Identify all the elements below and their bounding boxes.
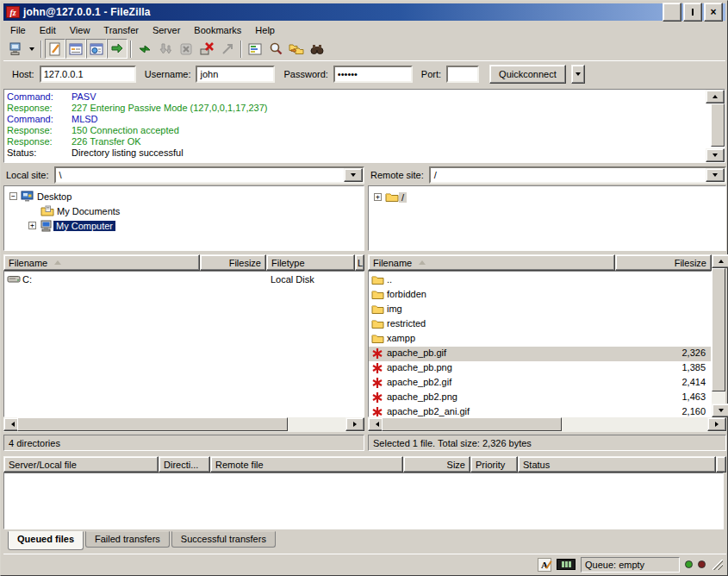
quickconnect-button[interactable]: Quickconnect [489, 65, 566, 84]
message-log[interactable]: Command:PASV Response:227 Entering Passi… [3, 89, 725, 163]
table-row[interactable]: apache_pb.png 1,385 [369, 361, 711, 376]
tab-failed-transfers[interactable]: Failed transfers [85, 531, 170, 548]
tree-item-root[interactable]: + / [374, 190, 407, 204]
toggle-local-tree-button[interactable] [65, 39, 86, 59]
remote-site-combobox[interactable]: / [429, 166, 726, 184]
password-input[interactable] [333, 66, 413, 83]
collapse-icon[interactable]: − [9, 192, 17, 200]
table-row[interactable]: C: Local Disk [4, 273, 364, 288]
refresh-button[interactable] [134, 39, 155, 59]
column-header-status[interactable]: Status [518, 456, 716, 473]
scrollbar-thumb[interactable] [712, 268, 725, 391]
toggle-remote-tree-button[interactable] [86, 39, 107, 59]
menu-file[interactable]: File [3, 23, 33, 37]
scrollbar-thumb[interactable] [382, 417, 562, 431]
close-button[interactable]: × [704, 3, 723, 22]
tree-item-my-documents[interactable]: My Documents [40, 203, 122, 218]
local-horizontal-scrollbar[interactable] [3, 417, 364, 432]
queue-list[interactable] [3, 473, 724, 529]
menu-edit[interactable]: Edit [33, 23, 63, 37]
find-files-button[interactable] [307, 39, 327, 59]
local-file-list[interactable]: C: Local Disk [3, 271, 364, 417]
local-directory-tree[interactable]: − Desktop My Documents + [3, 185, 364, 251]
local-site-dropdown-button[interactable] [344, 168, 363, 182]
tree-item-label: Desktop [34, 191, 74, 202]
remote-file-list[interactable]: .. forbidden img restricted xampp [368, 271, 712, 417]
column-header-priority[interactable]: Priority [470, 456, 518, 473]
remote-site-dropdown-button[interactable] [706, 168, 725, 182]
menu-help[interactable]: Help [248, 23, 282, 37]
site-manager-button[interactable] [5, 39, 26, 59]
process-queue-button[interactable] [155, 39, 176, 59]
remote-directory-tree[interactable]: + / [368, 185, 726, 251]
refresh-icon [137, 41, 152, 57]
tree-item-my-computer[interactable]: + My Computer [28, 218, 115, 233]
column-header-remote-file[interactable]: Remote file [210, 456, 403, 473]
titlebar[interactable]: fz john@127.0.0.1 - FileZilla × [3, 3, 725, 21]
table-row[interactable]: forbidden [369, 288, 711, 303]
column-header-filesize[interactable]: Filesize [200, 254, 266, 271]
scroll-right-button[interactable] [345, 417, 364, 431]
menu-server[interactable]: Server [146, 23, 187, 37]
menu-bookmarks[interactable]: Bookmarks [187, 23, 248, 37]
column-header-filetype[interactable]: Filetype [266, 254, 355, 271]
scroll-right-button[interactable] [707, 417, 726, 431]
menu-view[interactable]: View [63, 23, 97, 37]
table-row[interactable]: xampp [369, 332, 711, 347]
column-header-size[interactable]: Size [403, 456, 470, 473]
local-site-row: Local site: \ [3, 166, 364, 184]
expand-icon[interactable]: + [374, 193, 382, 201]
table-row[interactable]: apache_pb2_ani.gif 2,160 [369, 405, 711, 417]
log-scroll-up-button[interactable] [706, 90, 725, 103]
toggle-message-log-button[interactable] [45, 39, 65, 59]
table-row[interactable]: apache_pb2.png 1,463 [369, 391, 711, 405]
column-header-direction[interactable]: Directi... [159, 456, 210, 473]
arrow-up-icon [712, 95, 718, 98]
table-row[interactable]: apache_pb2.gif 2,414 [369, 376, 711, 391]
column-header-filesize[interactable]: Filesize [615, 254, 712, 271]
expand-icon[interactable]: + [28, 222, 36, 229]
speed-limit-icon[interactable] [557, 559, 576, 570]
resize-grip[interactable] [712, 560, 723, 570]
site-manager-dropdown-button[interactable] [26, 39, 38, 59]
scroll-up-button[interactable] [712, 254, 728, 268]
maximize-button[interactable] [683, 3, 702, 22]
cancel-operation-button[interactable] [176, 39, 196, 59]
synchronized-browsing-button[interactable] [286, 39, 307, 59]
table-row[interactable]: img [369, 303, 711, 317]
transfer-type-icon[interactable]: A [538, 558, 551, 572]
port-input[interactable] [446, 66, 479, 83]
column-header-filename[interactable]: Filename [368, 254, 615, 271]
tree-item-desktop[interactable]: − Desktop [9, 189, 74, 203]
log-scroll-down-button[interactable] [706, 148, 725, 162]
remote-vertical-scrollbar[interactable] [712, 254, 725, 417]
quickconnect-dropdown-button[interactable] [571, 65, 585, 84]
column-header-server-local-file[interactable]: Server/Local file [3, 456, 159, 473]
minimize-button[interactable] [663, 3, 681, 22]
table-row[interactable]: .. [369, 273, 711, 288]
remote-horizontal-scrollbar[interactable] [368, 417, 726, 432]
filter-button[interactable] [245, 39, 265, 59]
menu-transfer[interactable]: Transfer [96, 23, 146, 37]
tab-successful-transfers[interactable]: Successful transfers [171, 531, 276, 548]
table-row[interactable]: restricted [369, 317, 711, 332]
column-header-lastmodified[interactable]: L [355, 254, 364, 271]
log-scrollbar-thumb[interactable] [711, 103, 725, 147]
compare-directories-button[interactable] [265, 39, 286, 59]
compare-icon [268, 41, 283, 57]
image-file-icon [371, 377, 383, 391]
host-input[interactable] [40, 66, 136, 83]
scrollbar-thumb[interactable] [17, 417, 288, 431]
disconnect-button[interactable] [196, 39, 217, 59]
local-site-combobox[interactable]: \ [54, 166, 364, 184]
tab-queued-files[interactable]: Queued files [8, 531, 84, 550]
my-documents-icon [40, 205, 54, 216]
reconnect-button[interactable] [217, 39, 238, 59]
column-header-filename[interactable]: Filename [3, 254, 200, 271]
remote-site-value: / [434, 170, 437, 180]
username-input[interactable] [196, 66, 275, 83]
scroll-down-button[interactable] [712, 404, 728, 417]
toggle-transfer-queue-button[interactable] [107, 39, 128, 59]
table-row-selected[interactable]: apache_pb.gif 2,326 [369, 347, 711, 361]
log-line: Status:Directory listing successful [7, 147, 707, 159]
